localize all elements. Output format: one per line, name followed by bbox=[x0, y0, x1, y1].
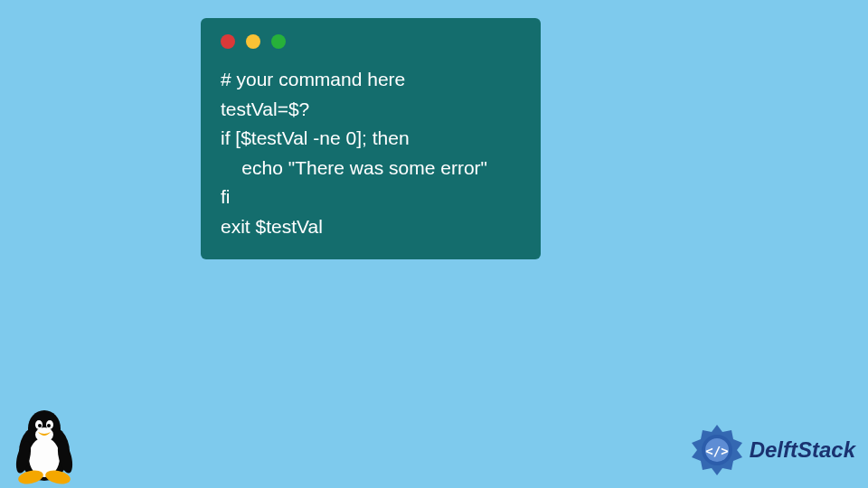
close-icon[interactable] bbox=[221, 34, 235, 49]
tux-penguin-icon bbox=[11, 405, 78, 484]
svg-point-6 bbox=[38, 424, 42, 427]
delftstack-logo: </> DelftStack bbox=[690, 423, 855, 477]
code-block: # your command here testVal=$? if [$test… bbox=[221, 65, 521, 241]
svg-point-7 bbox=[47, 424, 51, 427]
svg-text:</>: </> bbox=[705, 444, 728, 458]
terminal-window: # your command here testVal=$? if [$test… bbox=[201, 18, 541, 259]
minimize-icon[interactable] bbox=[246, 34, 260, 49]
maximize-icon[interactable] bbox=[271, 34, 286, 49]
brand-name: DelftStack bbox=[750, 437, 855, 463]
delftstack-badge-icon: </> bbox=[690, 423, 744, 477]
window-titlebar bbox=[221, 34, 521, 49]
